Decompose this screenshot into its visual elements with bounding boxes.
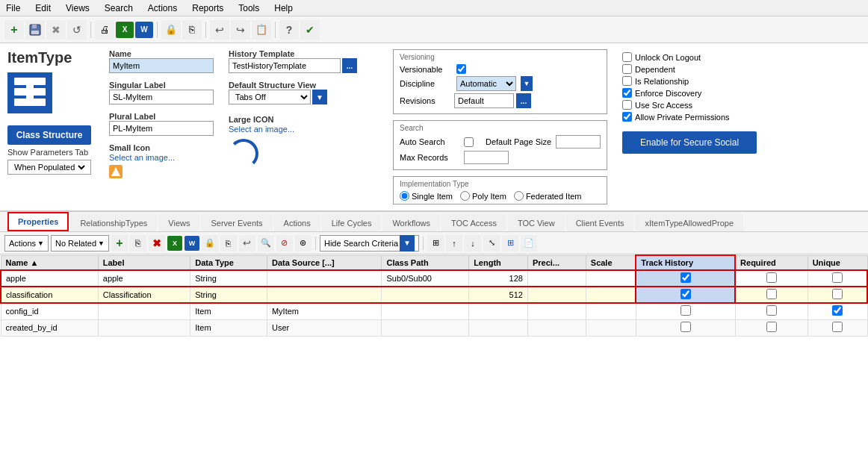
max-records-input[interactable] (464, 151, 509, 164)
table-excel-button[interactable]: X (167, 236, 182, 251)
history-template-dots-button[interactable]: ... (342, 58, 357, 73)
help-button[interactable]: ? (279, 20, 299, 40)
cell-unique-checkbox[interactable] (832, 322, 843, 332)
table-lock-button[interactable]: 🔒 (202, 235, 218, 252)
excel-button[interactable]: X (116, 22, 134, 38)
tab-xitem-type-allowed[interactable]: xItemTypeAllowedPrope (635, 214, 743, 231)
paste-button[interactable]: 📋 (252, 20, 271, 40)
col-header-track-history[interactable]: Track History (636, 255, 735, 270)
table-grid-button[interactable]: ⊞ (427, 235, 444, 252)
tab-relationship-types[interactable]: RelationshipTypes (70, 214, 157, 231)
close-button[interactable]: ✖ (46, 20, 66, 40)
col-header-length[interactable]: Length (469, 255, 528, 270)
menu-search[interactable]: Search (102, 1, 136, 15)
menu-edit[interactable]: Edit (32, 1, 54, 15)
col-header-precision[interactable]: Preci... (527, 255, 586, 270)
cell-required-checkbox[interactable] (766, 289, 777, 299)
undo-button[interactable]: ↩ (210, 20, 229, 40)
col-header-label[interactable]: Label (98, 255, 190, 270)
add-button[interactable]: + (4, 20, 24, 40)
auto-search-checkbox[interactable] (464, 137, 474, 147)
hide-search-dropdown[interactable]: Hide Search Criteria ▼ (320, 235, 419, 252)
col-header-data-source[interactable]: Data Source [...] (267, 255, 381, 270)
tab-toc-view[interactable]: TOC View (508, 214, 565, 231)
enable-social-button[interactable]: Enable for Secure Social (622, 131, 757, 154)
table-sort-asc-button[interactable]: ↑ (446, 235, 462, 252)
plural-input[interactable] (109, 121, 214, 136)
tab-actions[interactable]: Actions (274, 214, 320, 231)
no-related-dropdown[interactable]: No Related ▼ (51, 235, 109, 252)
class-structure-button[interactable]: Class Structure (7, 125, 91, 145)
cell-track-history-checkbox[interactable] (681, 289, 691, 299)
col-header-data-type[interactable]: Data Type (190, 255, 267, 270)
tab-client-events[interactable]: Client Events (566, 214, 634, 231)
allow-private-checkbox[interactable] (622, 112, 632, 122)
table-filter-button[interactable]: ⊘ (276, 235, 293, 252)
cell-required-checkbox[interactable] (766, 272, 777, 283)
single-item-radio[interactable] (400, 191, 409, 201)
print-button[interactable]: 🖨 (95, 20, 114, 40)
cell-unique-checkbox[interactable] (832, 289, 843, 299)
when-populated-dropdown[interactable]: When Populated Always Never (7, 160, 91, 175)
col-header-unique[interactable]: Unique (807, 255, 867, 270)
col-header-class-path[interactable]: Class Path (382, 255, 469, 270)
tab-views[interactable]: Views (158, 214, 199, 231)
history-template-input[interactable] (229, 58, 341, 73)
revisions-dots-button[interactable]: ... (516, 93, 531, 108)
hide-search-arrow-button[interactable]: ▼ (400, 235, 415, 252)
lock-button[interactable]: 🔒 (161, 20, 181, 40)
menu-tools[interactable]: Tools (235, 1, 262, 15)
enforce-discovery-checkbox[interactable] (622, 88, 632, 98)
check-button[interactable]: ✔ (300, 20, 320, 40)
menu-actions[interactable]: Actions (145, 1, 180, 15)
tab-life-cycles[interactable]: Life Cycles (322, 214, 382, 231)
cell-required-checkbox[interactable] (766, 322, 777, 332)
table-word-button[interactable]: W (185, 236, 199, 251)
small-icon-link[interactable]: Select an image... (109, 153, 175, 162)
single-item-option[interactable]: Single Item (400, 191, 453, 201)
table-delete-button[interactable]: ✖ (149, 235, 165, 252)
default-page-size-input[interactable] (556, 135, 601, 149)
discipline-arrow-button[interactable]: ▼ (521, 76, 533, 91)
table-export-button[interactable]: 📄 (521, 235, 537, 252)
discipline-select[interactable]: Automatic Manual (456, 76, 516, 91)
table-expand-button[interactable]: ⤡ (483, 235, 500, 252)
name-input[interactable] (109, 58, 214, 73)
redo-button[interactable]: ↪ (231, 20, 250, 40)
tab-toc-access[interactable]: TOC Access (441, 214, 506, 231)
dependent-checkbox[interactable] (622, 64, 632, 74)
table-sort-desc-button[interactable]: ↓ (465, 235, 481, 252)
col-header-name[interactable]: Name ▲ (1, 255, 98, 270)
tab-server-events[interactable]: Server Events (201, 214, 272, 231)
versionable-checkbox[interactable] (456, 64, 466, 74)
word-button[interactable]: W (135, 22, 153, 38)
actions-dropdown[interactable]: Actions ▼ (4, 235, 49, 252)
cell-track-history-checkbox[interactable] (681, 305, 691, 316)
singular-input[interactable] (109, 90, 214, 104)
table-filter2-button[interactable]: ⊛ (295, 235, 311, 252)
table-add-button[interactable]: + (111, 235, 128, 252)
table-chart-button[interactable]: ⊞ (502, 235, 518, 252)
menu-views[interactable]: Views (63, 1, 93, 15)
col-header-required[interactable]: Required (735, 255, 807, 270)
tab-properties[interactable]: Properties (7, 212, 69, 231)
menu-file[interactable]: File (3, 1, 23, 15)
menu-help[interactable]: Help (271, 1, 296, 15)
table-copy2-button[interactable]: ⎘ (220, 235, 237, 252)
save-button[interactable] (25, 20, 45, 40)
large-icon-link[interactable]: Select an image... (229, 125, 294, 134)
when-populated-select[interactable]: When Populated Always Never (11, 162, 87, 172)
cell-required-checkbox[interactable] (766, 305, 777, 316)
copy-button[interactable]: ⎘ (182, 20, 202, 40)
refresh-button[interactable]: ↺ (67, 20, 87, 40)
federated-item-radio[interactable] (514, 191, 524, 201)
table-copy-button[interactable]: ⎘ (130, 235, 146, 252)
tab-workflows[interactable]: Workflows (382, 214, 440, 231)
use-src-access-checkbox[interactable] (622, 100, 632, 110)
table-undo-button[interactable]: ↩ (239, 235, 255, 252)
table-search-button[interactable]: 🔍 (258, 235, 274, 252)
cell-unique-checkbox[interactable] (832, 305, 843, 316)
cell-track-history-checkbox[interactable] (681, 322, 691, 332)
poly-item-radio[interactable] (460, 191, 470, 201)
poly-item-option[interactable]: Poly Item (460, 191, 506, 201)
